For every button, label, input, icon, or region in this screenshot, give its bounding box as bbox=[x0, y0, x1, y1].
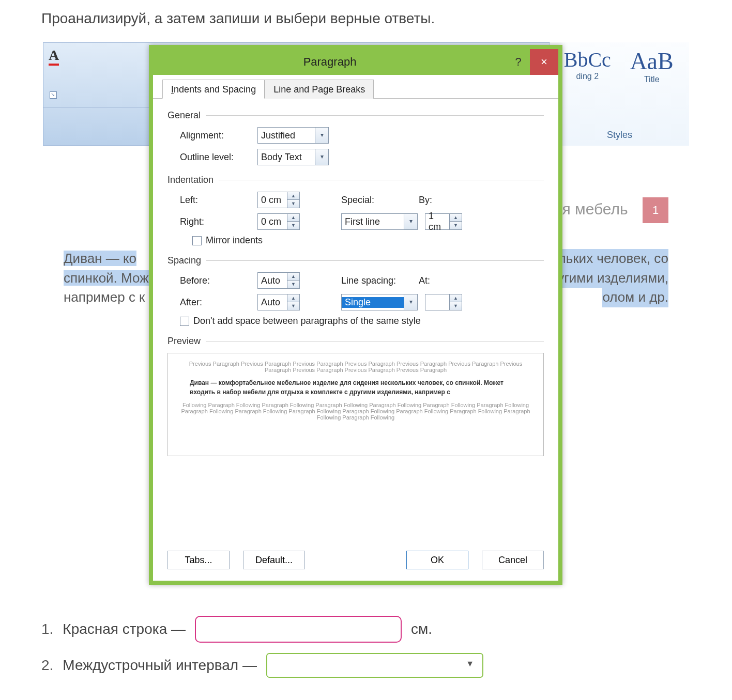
indent-left-input[interactable]: 0 cm ▲▼ bbox=[257, 192, 300, 208]
q2-answer-select[interactable] bbox=[266, 653, 483, 678]
tab-indents-spacing[interactable]: Indents and Spacing bbox=[162, 80, 265, 99]
spin-up-icon[interactable]: ▲ bbox=[287, 214, 299, 222]
dialog-titlebar[interactable]: Paragraph ? × bbox=[153, 49, 558, 75]
styles-gallery[interactable]: BbCc ding 2 АаВ Title Styles bbox=[550, 42, 689, 146]
by-input[interactable]: 1 cm ▲▼ bbox=[425, 213, 462, 230]
spin-up-icon[interactable]: ▲ bbox=[287, 294, 299, 302]
tabs-button[interactable]: Tabs... bbox=[167, 551, 230, 569]
task-title: Проанализируй, а затем запиши и выбери в… bbox=[41, 10, 691, 27]
mirror-indents-checkbox[interactable]: Mirror indents bbox=[192, 235, 263, 246]
chevron-down-icon[interactable]: ▾ bbox=[404, 214, 417, 229]
checkbox-icon[interactable] bbox=[180, 317, 189, 326]
style-sample: BbCc bbox=[556, 48, 618, 72]
spin-up-icon[interactable]: ▲ bbox=[287, 192, 299, 200]
help-button[interactable]: ? bbox=[507, 55, 530, 69]
styles-group-label: Styles bbox=[550, 130, 689, 141]
tab-line-page-breaks[interactable]: Line and Page Breaks bbox=[265, 80, 374, 99]
spin-up-icon[interactable]: ▲ bbox=[449, 294, 462, 302]
after-input[interactable]: Auto ▲▼ bbox=[257, 294, 300, 310]
after-value: Auto bbox=[258, 297, 287, 308]
indent-right-value: 0 cm bbox=[258, 216, 287, 227]
spin-down-icon[interactable]: ▼ bbox=[449, 222, 462, 229]
spin-down-icon[interactable]: ▼ bbox=[287, 222, 299, 229]
indent-right-input[interactable]: 0 cm ▲▼ bbox=[257, 213, 300, 230]
indentation-legend: Indentation bbox=[167, 175, 213, 185]
ribbon-font-group: A bbox=[43, 43, 152, 105]
question-1: 1. Красная строка — см. bbox=[41, 616, 691, 643]
line-spacing-combo[interactable]: Single ▾ bbox=[341, 294, 418, 310]
style-title[interactable]: АаВ Title bbox=[621, 48, 683, 84]
spacing-group: Spacing Before: Auto ▲▼ Line spacing: At… bbox=[167, 255, 544, 326]
text-line: льких человек, со bbox=[558, 249, 668, 269]
chevron-down-icon[interactable]: ▾ bbox=[315, 128, 328, 143]
font-color-icon[interactable]: A bbox=[49, 47, 59, 64]
alignment-value: Justified bbox=[258, 130, 315, 141]
text-line: ругими изделиями, bbox=[550, 269, 668, 288]
spin-down-icon[interactable]: ▼ bbox=[287, 200, 299, 208]
spin-down-icon[interactable]: ▼ bbox=[287, 281, 299, 288]
default-button[interactable]: Default... bbox=[243, 551, 305, 569]
before-input[interactable]: Auto ▲▼ bbox=[257, 272, 300, 289]
style-heading2[interactable]: BbCc ding 2 bbox=[556, 48, 618, 84]
spin-down-icon[interactable]: ▼ bbox=[449, 302, 462, 310]
text-line: например с к bbox=[64, 289, 145, 305]
after-label: After: bbox=[180, 297, 257, 308]
preview-prev-text: Previous Paragraph Previous Paragraph Pr… bbox=[179, 361, 532, 373]
dialog-tabs: Indents and Spacing Line and Page Breaks bbox=[153, 75, 558, 99]
by-label: By: bbox=[419, 195, 460, 206]
outline-label: Outline level: bbox=[180, 152, 257, 163]
spin-down-icon[interactable]: ▼ bbox=[287, 302, 299, 310]
questions-block: 1. Красная строка — см. 2. Междустрочный… bbox=[41, 616, 691, 678]
doc-heading-fragment: ая мебель 1 bbox=[554, 197, 668, 223]
general-group: General Alignment: Justified ▾ Outline l… bbox=[167, 110, 544, 165]
special-label: Special: bbox=[341, 195, 419, 206]
before-value: Auto bbox=[258, 275, 287, 286]
q2-number: 2. bbox=[41, 657, 53, 674]
chevron-down-icon[interactable]: ▾ bbox=[315, 149, 328, 165]
at-label: At: bbox=[419, 275, 460, 286]
special-combo[interactable]: First line ▾ bbox=[341, 213, 418, 230]
before-label: Before: bbox=[180, 275, 257, 286]
text-line: спинкой. Мож bbox=[64, 270, 149, 286]
q1-number: 1. bbox=[41, 621, 53, 637]
indent-left-label: Left: bbox=[180, 195, 257, 206]
q1-answer-input[interactable] bbox=[195, 616, 402, 643]
page-number-badge: 1 bbox=[643, 197, 668, 223]
checkbox-icon[interactable] bbox=[192, 236, 202, 245]
style-name: ding 2 bbox=[556, 72, 618, 81]
by-value: 1 cm bbox=[425, 211, 449, 232]
special-value: First line bbox=[342, 216, 404, 227]
ok-button[interactable]: OK bbox=[406, 551, 468, 569]
preview-sample-text: Диван — комфортабельное мебельное издели… bbox=[190, 378, 522, 397]
preview-group: Preview Previous Paragraph Previous Para… bbox=[167, 336, 544, 456]
spin-up-icon[interactable]: ▲ bbox=[287, 273, 299, 281]
general-legend: General bbox=[167, 110, 201, 121]
outline-combo[interactable]: Body Text ▾ bbox=[257, 149, 329, 165]
q1-text: Красная строка — bbox=[63, 621, 186, 637]
indent-right-label: Right: bbox=[180, 216, 257, 227]
question-2: 2. Междустрочный интервал — bbox=[41, 653, 691, 678]
outline-value: Body Text bbox=[258, 152, 315, 163]
word-screenshot: A BbCc ding 2 АаВ Title Styles ая мебель… bbox=[43, 42, 689, 595]
style-name: Title bbox=[621, 75, 683, 84]
alignment-combo[interactable]: Justified ▾ bbox=[257, 127, 329, 144]
cancel-button[interactable]: Cancel bbox=[482, 551, 544, 569]
indent-left-value: 0 cm bbox=[258, 195, 287, 206]
at-input[interactable]: ▲▼ bbox=[425, 294, 462, 310]
dialog-button-row: Tabs... Default... OK Cancel bbox=[153, 542, 558, 581]
no-space-checkbox[interactable]: Don't add space between paragraphs of th… bbox=[180, 316, 421, 326]
no-space-label: Don't add space between paragraphs of th… bbox=[193, 316, 421, 326]
q1-unit: см. bbox=[411, 621, 432, 637]
tab-label: ndents and Spacing bbox=[174, 84, 256, 95]
heading-text: ая мебель bbox=[554, 200, 628, 217]
indentation-group: Indentation Left: 0 cm ▲▼ Special: By: R… bbox=[167, 175, 544, 246]
dialog-launcher-icon[interactable] bbox=[50, 91, 57, 99]
preview-box: Previous Paragraph Previous Paragraph Pr… bbox=[167, 353, 544, 456]
paragraph-dialog: Paragraph ? × Indents and Spacing Line a… bbox=[149, 45, 562, 585]
style-sample: АаВ bbox=[621, 48, 683, 75]
spin-up-icon[interactable]: ▲ bbox=[449, 214, 462, 222]
close-button[interactable]: × bbox=[530, 49, 558, 75]
mirror-indents-label: Mirror indents bbox=[206, 235, 263, 246]
chevron-down-icon[interactable]: ▾ bbox=[404, 294, 417, 310]
line-spacing-value: Single bbox=[342, 297, 404, 308]
